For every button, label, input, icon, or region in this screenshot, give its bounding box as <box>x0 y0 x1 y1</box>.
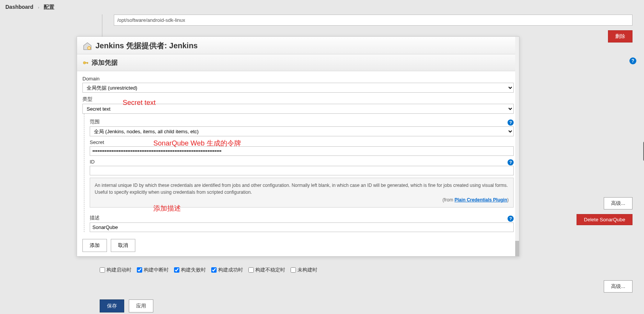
plain-credentials-plugin-link[interactable]: Plain Credentials Plugin <box>455 197 507 203</box>
domain-label: Domain <box>82 76 514 82</box>
id-input[interactable] <box>90 166 514 175</box>
chk-build-success[interactable]: 构建成功时 <box>211 267 243 273</box>
modal-subheader: 添加凭据 <box>77 54 519 71</box>
cancel-button[interactable]: 取消 <box>111 239 135 252</box>
modal-scrollbar[interactable] <box>515 37 519 256</box>
credentials-modal: Jenkins 凭据提供者: Jenkins 添加凭据 Domain 全局凭据 … <box>77 36 519 257</box>
svg-point-1 <box>89 47 90 48</box>
modal-header: Jenkins 凭据提供者: Jenkins <box>77 37 519 54</box>
chk-build-fail[interactable]: 构建失败时 <box>174 267 206 273</box>
type-select[interactable]: Secret text <box>82 104 514 114</box>
chk-build-start-input[interactable] <box>100 267 105 273</box>
save-button[interactable]: 保存 <box>100 299 124 312</box>
description-input[interactable] <box>90 222 514 232</box>
chk-not-built[interactable]: 未构建时 <box>291 267 317 273</box>
svg-rect-4 <box>87 62 88 64</box>
chk-build-abort[interactable]: 构建中断时 <box>137 267 169 273</box>
id-from-prefix: (from <box>442 197 454 203</box>
advanced-button-1[interactable]: 高级... <box>604 197 632 209</box>
advanced-button-2[interactable]: 高级... <box>604 280 632 293</box>
delete-button[interactable]: 删除 <box>608 30 632 43</box>
jenkins-home-icon <box>82 41 92 51</box>
secret-label: Secret <box>90 139 514 145</box>
description-label: 描述 <box>90 214 100 221</box>
add-button[interactable]: 添加 <box>82 239 107 252</box>
id-from-suffix: ) <box>507 197 509 203</box>
breadcrumb-separator: › <box>38 5 39 10</box>
scope-label: 范围 <box>90 118 100 125</box>
modal-scrollbar-thumb[interactable] <box>515 241 519 256</box>
breadcrumb: Dashboard › 配置 <box>0 0 644 15</box>
id-info-box: An internal unique ID by which these cre… <box>90 178 514 208</box>
breadcrumb-config[interactable]: 配置 <box>44 4 54 10</box>
key-icon <box>82 60 89 66</box>
chk-not-built-input[interactable] <box>291 267 296 273</box>
chk-build-fail-input[interactable] <box>174 267 179 273</box>
delete-sonarqube-button[interactable]: Delete SonarQube <box>577 214 632 225</box>
modal-title: Jenkins 凭据提供者: Jenkins <box>95 41 198 51</box>
modal-subtitle: 添加凭据 <box>92 58 118 67</box>
id-help-icon[interactable]: ? <box>508 159 514 165</box>
help-icon[interactable]: ? <box>629 57 636 64</box>
chk-build-start[interactable]: 构建启动时 <box>100 267 131 273</box>
scope-select[interactable]: 全局 (Jenkins, nodes, items, all child ite… <box>90 126 514 136</box>
domain-select[interactable]: 全局凭据 (unrestricted) <box>82 83 514 93</box>
breadcrumb-dashboard[interactable]: Dashboard <box>5 4 33 10</box>
secret-input[interactable] <box>90 146 514 156</box>
chk-build-unstable-input[interactable] <box>248 267 254 273</box>
chk-build-success-input[interactable] <box>211 267 217 273</box>
scope-help-icon[interactable]: ? <box>508 119 514 126</box>
id-label: ID <box>90 159 95 165</box>
apply-button[interactable]: 应用 <box>129 299 153 312</box>
chk-build-unstable[interactable]: 构建不稳定时 <box>248 267 285 273</box>
id-info-text: An internal unique ID by which these cre… <box>95 183 508 195</box>
type-label: 类型 <box>82 96 514 103</box>
sdk-path-input[interactable] <box>114 15 632 26</box>
chk-build-abort-input[interactable] <box>137 267 142 273</box>
description-help-icon[interactable]: ? <box>508 216 514 222</box>
notification-checkbox-row: 构建启动时 构建中断时 构建失败时 构建成功时 构建不稳定时 未构建时 <box>100 264 632 276</box>
